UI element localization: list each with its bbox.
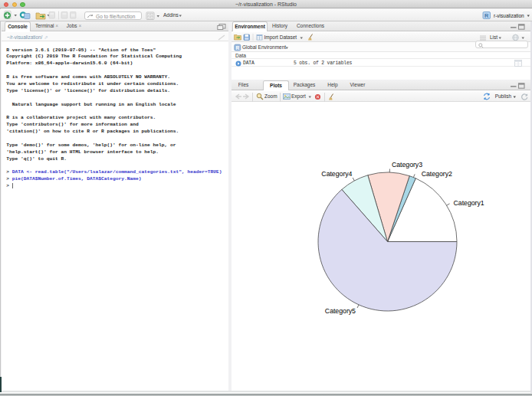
svg-text:Category4: Category4: [321, 170, 352, 178]
svg-text:R: R: [235, 44, 239, 50]
svg-text:Category3: Category3: [392, 161, 422, 169]
svg-text:R: R: [484, 12, 489, 19]
svg-text:Category1: Category1: [454, 199, 484, 207]
svg-text:Category2: Category2: [422, 170, 452, 178]
svg-text:Category5: Category5: [325, 307, 356, 315]
